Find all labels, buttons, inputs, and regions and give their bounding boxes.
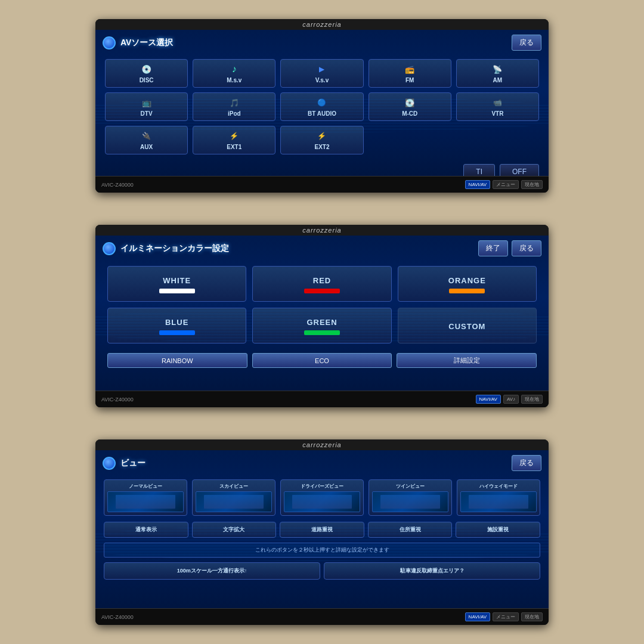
orb-icon-3: [103, 457, 116, 470]
text-expand-btn[interactable]: 文字拡大: [192, 522, 277, 538]
color-orange[interactable]: ORANGE: [398, 266, 537, 302]
av-vsv[interactable]: V.s.v: [280, 59, 363, 88]
green-label: GREEN: [306, 318, 337, 327]
av-dtv[interactable]: DTV: [105, 92, 188, 121]
unit-2-illum: carrozzeria イルミネーションカラー設定 終了 戻る WHITE RE…: [95, 225, 549, 407]
view-highway[interactable]: ハイウェイモード: [457, 479, 540, 516]
control-bar-2: AVIC-Z40000 NAVI/AV AV♪ 現在地: [95, 391, 549, 407]
red-label: RED: [313, 276, 331, 285]
orb-icon-1: [103, 36, 116, 49]
current-btn-3[interactable]: 現在地: [521, 612, 543, 621]
control-bar-3: AVIC-Z40000 NAVI/AV メニュー 現在地: [95, 608, 549, 625]
parking-btn[interactable]: 駐車違反取締重点エリア？: [324, 562, 540, 580]
color-blue[interactable]: BLUE: [107, 308, 246, 343]
av-bt[interactable]: BT AUDIO: [280, 92, 363, 121]
road-focus-btn[interactable]: 道路重視: [280, 522, 364, 538]
bt-label: BT AUDIO: [308, 110, 336, 117]
disc-icon: [138, 63, 155, 75]
bt-icon: [314, 97, 330, 109]
screen-header-1: AVソース選択 戻る: [95, 30, 549, 54]
ext1-label: EXT1: [227, 144, 242, 150]
av-mcd[interactable]: M-CD: [369, 92, 451, 121]
unit-3-map: carrozzeria ビュー 戻る ノーマルビュー スカイビュー ドライバーズ…: [95, 439, 549, 625]
facility-focus-btn[interactable]: 施設重視: [456, 522, 540, 538]
av-vtr[interactable]: VTR: [456, 92, 539, 121]
color-red[interactable]: RED: [252, 266, 391, 302]
off-button[interactable]: OFF: [500, 164, 539, 176]
ti-button[interactable]: TI: [463, 164, 495, 176]
color-green[interactable]: GREEN: [252, 308, 391, 343]
device-label-2: AVIC-Z40000: [101, 397, 134, 402]
rainbow-btn[interactable]: RAINBOW: [107, 353, 247, 368]
view-sky[interactable]: スカイビュー: [192, 479, 275, 516]
av-ext1[interactable]: EXT1: [193, 126, 275, 154]
brand-bar-2: carrozzeria: [95, 225, 549, 236]
view-normal[interactable]: ノーマルビュー: [104, 479, 187, 516]
av-btn-2[interactable]: AV♪: [503, 395, 519, 404]
menu-btn-3[interactable]: メニュー: [493, 612, 519, 621]
orb-icon-2: [103, 242, 116, 255]
screen-title-2: イルミネーションカラー設定: [120, 243, 229, 254]
address-focus-btn[interactable]: 住所重視: [368, 522, 453, 538]
color-white[interactable]: WHITE: [107, 266, 246, 302]
normal-thumb: [107, 491, 184, 512]
view-driver[interactable]: ドライバーズビュー: [280, 479, 364, 516]
back-button-3[interactable]: 戻る: [512, 455, 541, 471]
screen-header-3: ビュー 戻る: [95, 450, 549, 475]
driver-thumb: [284, 491, 360, 512]
title-row-1: AVソース選択: [103, 36, 173, 49]
ext1-icon: [226, 130, 243, 142]
menu-btn-1[interactable]: メニュー: [493, 180, 519, 189]
blue-label: BLUE: [165, 318, 188, 327]
av-fm[interactable]: FM: [369, 59, 451, 88]
screen-header-2: イルミネーションカラー設定 終了 戻る: [95, 236, 549, 260]
title-row-3: ビュー: [103, 457, 145, 470]
sky-view-label: スカイビュー: [219, 483, 248, 490]
av-ext2[interactable]: EXT2: [280, 126, 363, 154]
display-btns-row: 通常表示 文字拡大 道路重視 住所重視 施設重視: [95, 519, 549, 540]
orange-bar: [449, 289, 485, 293]
extra-btns-row: RAINBOW ECO 詳細設定: [95, 351, 549, 374]
oneway-btn[interactable]: 100mスケール一方通行表示↑: [104, 562, 320, 580]
color-custom[interactable]: CUSTOM: [398, 308, 537, 343]
normal-view-label: ノーマルビュー: [129, 483, 162, 490]
av-am[interactable]: AM: [456, 59, 539, 88]
device-label-3: AVIC-Z40000: [101, 614, 134, 620]
navi-av-btn-3[interactable]: NAVI/AV: [465, 612, 490, 621]
detail-btn[interactable]: 詳細設定: [397, 353, 537, 368]
radio-icon: [401, 63, 418, 75]
normal-display-btn[interactable]: 通常表示: [104, 522, 188, 538]
av-msv[interactable]: M.s.v: [193, 59, 275, 88]
sky-thumb: [196, 491, 272, 512]
screen-3: ビュー 戻る ノーマルビュー スカイビュー ドライバーズビュー ツインビュー: [95, 450, 549, 608]
back-button-1[interactable]: 戻る: [512, 35, 541, 51]
mcd-label: M-CD: [402, 110, 417, 117]
current-btn-1[interactable]: 現在地: [521, 180, 543, 189]
title-row-2: イルミネーションカラー設定: [103, 242, 229, 255]
ipod-icon: [226, 97, 243, 109]
current-btn-2[interactable]: 現在地: [521, 395, 543, 404]
ipod-label: iPod: [228, 110, 241, 117]
twin-thumb: [372, 491, 448, 512]
map-info-text: これらのボタンを２秒以上押すと詳細な設定ができます: [104, 543, 540, 558]
av-aux[interactable]: AUX: [105, 126, 188, 154]
screen-1: AVソース選択 戻る DISC M.s.v V.s.v FM: [95, 30, 549, 176]
navi-av-btn-1[interactable]: NAVI/AV: [465, 180, 490, 189]
map-bottom-row: 100mスケール一方通行表示↑ 駐車違反取締重点エリア？: [95, 560, 549, 584]
dtv-icon: [138, 97, 155, 109]
am-label: AM: [493, 77, 503, 83]
control-bar-1: AVIC-Z40000 NAVI/AV メニュー 現在地: [95, 176, 549, 193]
back-button-2[interactable]: 戻る: [512, 240, 541, 256]
navi-av-btn-2[interactable]: NAVI/AV: [476, 395, 501, 404]
av-ipod[interactable]: iPod: [193, 92, 275, 121]
red-bar: [304, 289, 340, 293]
dtv-label: DTV: [141, 110, 153, 117]
brand-bar-1: carrozzeria: [95, 19, 549, 30]
av-disc[interactable]: DISC: [105, 59, 188, 88]
color-grid: WHITE RED ORANGE BLUE GREEN CUSTOM: [95, 260, 549, 351]
end-button-2[interactable]: 終了: [478, 240, 508, 256]
screen-title-1: AVソース選択: [120, 38, 173, 48]
view-twin[interactable]: ツインビュー: [369, 479, 452, 516]
screen-title-3: ビュー: [120, 458, 145, 469]
eco-btn[interactable]: ECO: [252, 353, 392, 368]
